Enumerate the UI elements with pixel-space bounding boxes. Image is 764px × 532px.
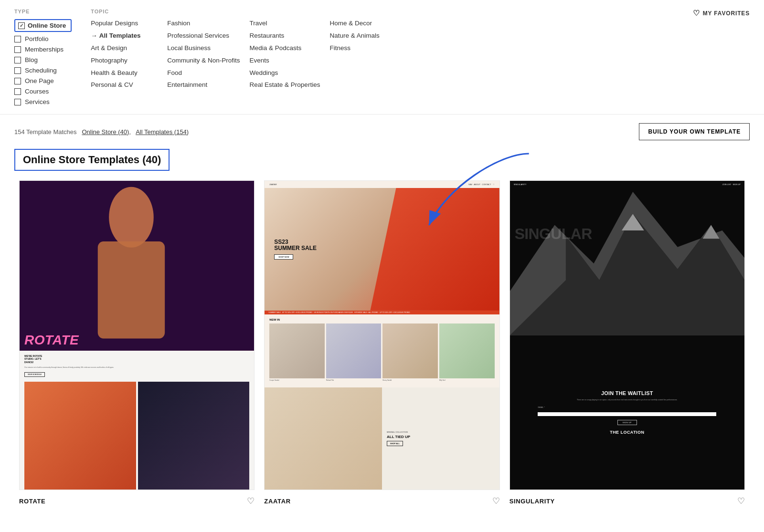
singularity-template-name: SINGULARITY [509, 498, 555, 505]
type-item-label: Online Store [28, 22, 66, 29]
topic-local-business[interactable]: Local Business [167, 44, 240, 53]
rotate-thumb-2 [138, 382, 250, 490]
singularity-email-input[interactable] [538, 412, 716, 416]
zaatar-product-img-4 [439, 323, 495, 379]
zaatar-nav: ZAATAR NAV ABOUT CONTACT ♡ [265, 181, 499, 188]
type-item-online-store[interactable]: ✓ Online Store [14, 19, 72, 32]
type-checkbox-services [14, 99, 21, 105]
topic-art-design[interactable]: Art & Design [91, 44, 158, 53]
topic-col-4: Home & Decor Nature & Animals Fitness [329, 19, 406, 90]
zaatar-new-in: NEW IN Cooper Sandal Richard Flat Bon [265, 314, 499, 388]
content-area: Online Store Templates (40) [0, 149, 764, 509]
singularity-preview: SINGULAR SINGULARITY JOIN LIST SIGN UP J… [509, 180, 745, 490]
my-favorites-button[interactable]: ♡ MY FAVORITES [693, 9, 750, 18]
results-link-all-templates[interactable]: All Templates (154) [136, 128, 189, 136]
type-item-blog[interactable]: Blog [14, 56, 72, 63]
topic-col-2: Fashion Professional Services Local Busi… [167, 19, 249, 90]
type-item-memberships[interactable]: Memberships [14, 46, 72, 53]
zaatar-footer: ZAATAR ♡ [264, 490, 499, 509]
topic-popular-designs[interactable]: Popular Designs [91, 19, 158, 28]
type-item-one-page[interactable]: One Page [14, 77, 72, 84]
zaatar-favorite-icon[interactable]: ♡ [492, 496, 500, 506]
rotate-sub-text: WE'RE ROTATESTUDIO. LET'SDANCE! [24, 355, 249, 364]
template-card-singularity[interactable]: SINGULAR SINGULARITY JOIN LIST SIGN UP J… [505, 180, 750, 509]
singularity-bottom: JOIN THE WAITLIST There are no songs pla… [510, 335, 744, 490]
topic-section: TOPIC Popular Designs All Templates Art … [91, 9, 406, 90]
topic-events[interactable]: Events [250, 56, 320, 65]
results-link-online-store[interactable]: Online Store (40) [82, 128, 129, 136]
topic-weddings[interactable]: Weddings [250, 69, 320, 78]
results-count: 154 Template Matches [14, 128, 77, 136]
singularity-location-text: THE LOCATION [610, 430, 644, 435]
zaatar-bottom-text: MINIMAL COLLECTION ALL TIED UP SHOP ALL [382, 426, 415, 451]
template-card-rotate[interactable]: ROTATE STUDIO CLASSES SCHEDULE ABOUT MER… [14, 180, 259, 509]
topic-professional[interactable]: Professional Services [167, 31, 240, 41]
singularity-signup-button[interactable]: SIGN UP [617, 420, 637, 425]
svg-rect-3 [98, 241, 165, 338]
topic-health-beauty[interactable]: Health & Beauty [91, 69, 158, 78]
rotate-footer: ROTATE ♡ [19, 490, 255, 509]
zaatar-product-2: Richard Flat [326, 323, 382, 382]
zaatar-nav-items: NAV ABOUT CONTACT ♡ [468, 183, 494, 186]
topic-col-1: Popular Designs All Templates Art & Desi… [91, 19, 167, 90]
topic-restaurants[interactable]: Restaurants [250, 31, 320, 41]
singularity-favorite-icon[interactable]: ♡ [737, 496, 745, 506]
type-item-label: One Page [25, 77, 54, 84]
singularity-footer: SINGULARITY ♡ [509, 490, 745, 509]
type-item-label: Portfolio [25, 35, 49, 42]
build-own-template-button[interactable]: BUILD YOUR OWN TEMPLATE [639, 123, 750, 140]
zaatar-product-name-3: Bonny Sandal [382, 379, 438, 381]
topic-real-estate[interactable]: Real Estate & Properties [250, 81, 320, 90]
template-card-zaatar[interactable]: ZAATAR NAV ABOUT CONTACT ♡ SS23 SUMMER S… [259, 180, 504, 509]
type-item-label: Scheduling [25, 67, 57, 74]
type-item-scheduling[interactable]: Scheduling [14, 67, 72, 74]
topic-fashion[interactable]: Fashion [167, 19, 240, 28]
topic-all-templates[interactable]: All Templates [91, 31, 158, 41]
topic-travel[interactable]: Travel [250, 19, 320, 28]
topic-community[interactable]: Community & Non-Profits [167, 56, 240, 65]
my-favorites-label: MY FAVORITES [703, 10, 750, 17]
type-checkbox-scheduling [14, 67, 21, 74]
topic-nature-animals[interactable]: Nature & Animals [329, 31, 396, 41]
singularity-sub-text: There are no songs playing in our space,… [577, 399, 678, 402]
rotate-preview: ROTATE STUDIO CLASSES SCHEDULE ABOUT MER… [19, 180, 255, 490]
zaatar-hero: SS23 SUMMER SALE SHOP NOW [265, 188, 499, 311]
type-item-label: Courses [25, 88, 49, 95]
topic-col-3: Travel Restaurants Media & Podcasts Even… [250, 19, 330, 90]
singularity-nav-items: JOIN LIST SIGN UP [722, 183, 741, 186]
type-checkbox-courses [14, 88, 21, 95]
topic-home-decor[interactable]: Home & Decor [329, 19, 396, 28]
topic-media-podcasts[interactable]: Media & Podcasts [250, 44, 320, 53]
zaatar-ss23: SS23 [274, 239, 317, 245]
topic-personal-cv[interactable]: Personal & CV [91, 81, 158, 90]
zaatar-product-img-3 [382, 323, 438, 379]
heart-icon: ♡ [693, 9, 700, 18]
template-grid: ROTATE STUDIO CLASSES SCHEDULE ABOUT MER… [0, 180, 764, 509]
topic-fitness[interactable]: Fitness [329, 44, 396, 53]
zaatar-logo: ZAATAR [269, 183, 276, 186]
section-title-wrapper: Online Store Templates (40) [0, 149, 764, 180]
singularity-big-text: SINGULAR [515, 227, 592, 241]
zaatar-hero-image [370, 188, 499, 311]
svg-point-2 [109, 187, 154, 248]
zaatar-product-name-1: Cooper Sandal [269, 379, 325, 381]
singularity-top: SINGULAR SINGULARITY JOIN LIST SIGN UP [510, 181, 744, 335]
rotate-favorite-icon[interactable]: ♡ [247, 496, 255, 506]
zaatar-bottom-img [265, 387, 382, 490]
singularity-join-text: JOIN THE WAITLIST [601, 390, 653, 396]
type-item-courses[interactable]: Courses [14, 88, 72, 95]
zaatar-hero-cta: SHOP NOW [274, 254, 293, 260]
zaatar-new-in-label: NEW IN [269, 318, 494, 321]
singularity-logo: SINGULARITY [514, 183, 527, 186]
zaatar-product-img-2 [326, 323, 382, 379]
type-item-services[interactable]: Services [14, 98, 72, 105]
topic-entertainment[interactable]: Entertainment [167, 81, 240, 90]
topic-photography[interactable]: Photography [91, 56, 158, 65]
top-navigation: TYPE ✓ Online Store Portfolio Membership… [0, 0, 764, 115]
type-item-label: Blog [25, 56, 38, 63]
rotate-cta: VIEW SCHEDULE [24, 372, 45, 377]
type-checkbox-online-store: ✓ [18, 22, 25, 29]
topic-food[interactable]: Food [167, 69, 240, 78]
zaatar-bottom: MINIMAL COLLECTION ALL TIED UP SHOP ALL [265, 387, 499, 490]
type-item-portfolio[interactable]: Portfolio [14, 35, 72, 42]
